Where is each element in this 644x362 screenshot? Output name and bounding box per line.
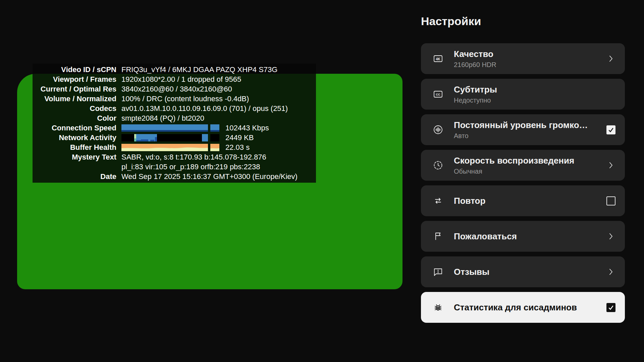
stats-row: Volume / Normalized 100% / DRC (content … <box>33 94 316 104</box>
settings-item-title: Постоянный уровень громко… <box>454 120 601 130</box>
stats-row: Color smpte2084 (PQ) / bt2020 <box>33 113 316 123</box>
network-activity-bar: 2449 KB <box>121 134 254 141</box>
settings-item-stats-for-nerds[interactable]: Статистика для сисадминов <box>421 292 625 323</box>
repeat-checkbox[interactable] <box>606 196 615 205</box>
stats-value: 100% / DRC (content loudness -0.4dB) <box>121 94 249 104</box>
cc-badge-icon: CC <box>433 89 443 99</box>
stats-value: av01.0.13M.10.0.110.09.16.09.0 (701) / o… <box>121 104 288 113</box>
stats-label: Viewport / Frames <box>33 74 116 84</box>
settings-item-stable-volume[interactable]: Постоянный уровень громко… Авто <box>421 114 625 145</box>
network-activity-value: 2449 KB <box>225 133 254 142</box>
4k-badge-icon: 4K <box>433 54 443 64</box>
repeat-icon <box>433 196 443 206</box>
stats-row-network-activity: Network Activity 2449 KB <box>33 133 316 142</box>
chevron-right-icon <box>606 267 615 277</box>
page: { "colors": { "page_bg": "#0c0c0c", "vid… <box>0 0 644 362</box>
chevron-right-icon <box>606 232 615 241</box>
stats-label: Video ID / sCPN <box>33 65 116 74</box>
chevron-right-icon <box>606 54 615 63</box>
settings-panel: Настройки 4K Качество 2160p60 HDR CC Суб… <box>421 0 625 327</box>
settings-item-subtitle: Обычная <box>454 168 601 175</box>
bug-icon <box>433 302 443 312</box>
stats-value: FRIQ3u_vYf4 / 6MKJ DGAA PAZQ XHP4 S73G <box>121 65 277 74</box>
stats-row: pl_i:83 vir:105 or_p:189 orfb:219 pbs:22… <box>33 162 316 172</box>
settings-item-title: Отзывы <box>454 267 601 277</box>
stats-value: 644x362*2.00 / 1 dropped of 9565 <box>121 74 241 84</box>
settings-item-title: Скорость воспроизведения <box>454 156 601 166</box>
stats-label: Codecs <box>33 104 116 113</box>
stats-label: Network Activity <box>33 133 116 142</box>
svg-text:CC: CC <box>436 93 440 96</box>
settings-item-report[interactable]: Пожаловаться <box>421 221 625 252</box>
stats-for-nerds-checkbox[interactable] <box>606 303 615 312</box>
stats-row-connection-speed: Connection Speed 102443 Kbps <box>33 123 316 133</box>
stats-row: Date Wed Sep 17 2025 15:16:37 GMT+0300 (… <box>33 172 316 181</box>
stats-label: Connection Speed <box>33 123 116 133</box>
stats-value: SABR, vd:o, s:8 t:170.93 b:145.078-192.8… <box>121 152 266 162</box>
buffer-health-bar: 22.03 s <box>121 144 250 151</box>
stats-row: Video ID / sCPN FRIQ3u_vYf4 / 6MKJ DGAA … <box>33 65 316 74</box>
stats-row: Codecs av01.0.13M.10.0.110.09.16.09.0 (7… <box>33 104 316 113</box>
stable-volume-icon <box>433 125 443 135</box>
stats-row: Mystery Text SABR, vd:o, s:8 t:170.93 b:… <box>33 152 316 162</box>
stats-value: Wed Sep 17 2025 15:16:37 GMT+0300 (Europ… <box>121 172 298 181</box>
settings-item-quality[interactable]: 4K Качество 2160p60 HDR <box>421 43 625 74</box>
flag-icon <box>433 231 443 241</box>
settings-item-subtitles[interactable]: CC Субтитры Недоступно <box>421 79 625 110</box>
settings-item-playback-speed[interactable]: Скорость воспроизведения Обычная <box>421 150 625 181</box>
stats-row-buffer-health: Buffer Health 22.03 s <box>33 142 316 152</box>
buffer-health-value: 22.03 s <box>225 142 250 152</box>
settings-item-title: Субтитры <box>454 84 615 95</box>
stats-label: Date <box>33 172 116 181</box>
svg-text:4K: 4K <box>436 57 441 61</box>
connection-speed-bar: 102443 Kbps <box>121 124 269 132</box>
settings-item-title: Пожаловаться <box>454 231 601 242</box>
chevron-right-icon <box>606 161 615 170</box>
settings-item-title: Качество <box>454 49 601 59</box>
stats-value: 3840x2160@60 / 3840x2160@60 <box>121 84 232 94</box>
connection-speed-value: 102443 Kbps <box>225 123 269 133</box>
stats-row: Current / Optimal Res 3840x2160@60 / 384… <box>33 84 316 94</box>
stats-value: smpte2084 (PQ) / bt2020 <box>121 113 204 123</box>
settings-item-title: Статистика для сисадминов <box>454 302 601 313</box>
settings-panel-title: Настройки <box>421 15 625 28</box>
feedback-icon <box>433 267 443 277</box>
stats-row: Viewport / Frames 644x362*2.00 / 1 dro… <box>33 74 316 84</box>
settings-item-title: Повтор <box>454 196 601 206</box>
playback-speed-icon <box>433 160 443 170</box>
stats-value: pl_i:83 vir:105 or_p:189 orfb:219 pbs:22… <box>121 162 260 172</box>
stats-label: Color <box>33 113 116 123</box>
stats-label: Current / Optimal Res <box>33 84 116 94</box>
settings-item-subtitle: Авто <box>454 132 601 140</box>
stats-label: Mystery Text <box>33 152 116 162</box>
settings-item-repeat[interactable]: Повтор <box>421 185 625 216</box>
settings-item-subtitle: 2160p60 HDR <box>454 61 601 69</box>
stats-for-nerds-overlay: Video ID / sCPN FRIQ3u_vYf4 / 6MKJ DGAA … <box>33 64 316 183</box>
stable-volume-checkbox[interactable] <box>606 125 615 134</box>
settings-item-feedback[interactable]: Отзывы <box>421 256 625 287</box>
stats-label: Volume / Normalized <box>33 94 116 104</box>
stats-label: Buffer Health <box>33 142 116 152</box>
settings-item-subtitle: Недоступно <box>454 97 615 104</box>
